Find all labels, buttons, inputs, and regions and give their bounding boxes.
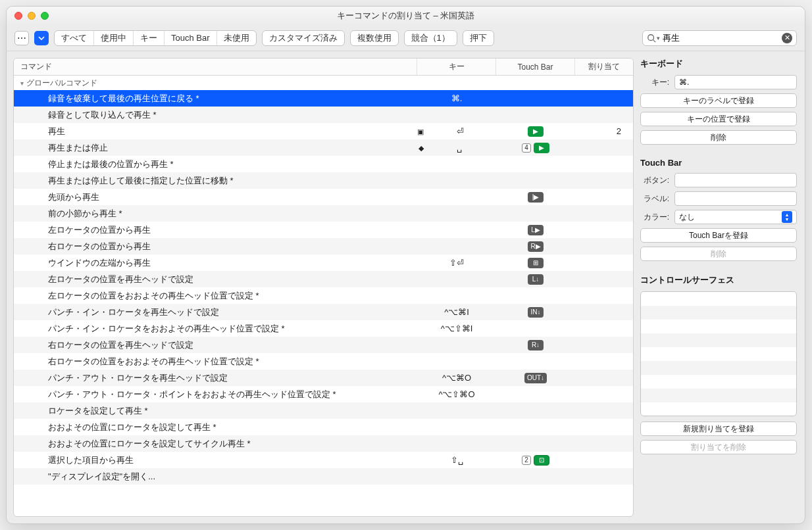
options-menu-icon[interactable]: ⋯ (14, 31, 29, 45)
touchbar-learn-button[interactable]: Touch Barを登録 (640, 228, 797, 243)
search-field[interactable]: ▾ ✕ (642, 30, 797, 46)
key-cell: ⌘. (417, 93, 496, 103)
table-row[interactable]: 選択した項目から再生⇧␣2⊡ (14, 452, 633, 468)
customized-button[interactable]: カスタマイズ済み (262, 30, 345, 46)
learn-by-position-button[interactable]: キーの位置で登録 (640, 112, 797, 126)
table-row[interactable]: おおよその位置にロケータを設定してサイクル再生 * (14, 435, 633, 452)
command-cell: 左ロケータの位置を再生ヘッドで設定 (14, 274, 417, 285)
keyboard-delete-button[interactable]: 削除 (640, 130, 797, 145)
key-cell: ▣⏎ (417, 126, 496, 136)
group-row[interactable]: ▾ グローバルコマンド (14, 76, 633, 90)
table-header: コマンド キー Touch Bar 割り当て (14, 59, 633, 76)
touchbar-button-icon: IN↓ (528, 307, 544, 318)
col-command[interactable]: コマンド (14, 59, 417, 75)
assignment-cell: 2 (575, 126, 633, 136)
command-cell: おおよその位置にロケータを設定して再生 * (14, 422, 417, 433)
table-row[interactable]: 右ロケータの位置から再生R▶ (14, 238, 633, 254)
filter-touchbar[interactable]: Touch Bar (164, 31, 216, 45)
key-shortcut: ⇧␣ (451, 455, 463, 465)
command-cell: "ディスプレイ設定"を開く... (14, 471, 417, 483)
touchbar-button-icon: ▶ (528, 126, 544, 137)
surface-learn-button[interactable]: 新規割り当てを登録 (640, 422, 797, 436)
table-row[interactable]: 再生または停止して最後に指定した位置に移動 * (14, 172, 633, 189)
keyboard-title: キーボード (640, 58, 797, 70)
pressed-button[interactable]: 押下 (463, 30, 494, 46)
filter-unused[interactable]: 未使用 (216, 31, 256, 45)
table-row[interactable]: おおよその位置にロケータを設定して再生 * (14, 419, 633, 435)
touchbar-badge-number: 2 (522, 456, 531, 465)
key-shortcut: ⏎ (457, 126, 464, 136)
keyboard-panel: キーボード キー: キーのラベルで登録 キーの位置で登録 削除 (640, 58, 797, 149)
table-row[interactable]: 左ロケータの位置を再生ヘッドで設定L↓ (14, 271, 633, 287)
key-cell: ^⌥⌘I (417, 307, 496, 317)
minimize-icon[interactable] (28, 12, 36, 20)
key-shortcut: ^⌥⌘I (444, 307, 469, 317)
command-cell: おおよその位置にロケータを設定してサイクル再生 * (14, 438, 417, 450)
table-row[interactable]: ロケータを設定して再生 * (14, 402, 633, 419)
tb-label-label: ラベル: (640, 193, 669, 205)
command-cell: パンチ・アウト・ロケータを再生ヘッドで設定 (14, 372, 417, 384)
key-field[interactable] (674, 75, 797, 89)
search-input[interactable] (660, 33, 782, 43)
filter-key[interactable]: キー (133, 31, 164, 45)
touchbar-title: Touch Bar (640, 158, 797, 168)
learn-by-label-button[interactable]: キーのラベルで登録 (640, 93, 797, 108)
clear-search-icon[interactable]: ✕ (782, 33, 792, 43)
tb-label-field[interactable] (674, 191, 797, 206)
command-cell: 右ロケータの位置を再生ヘッドで設定 (14, 339, 417, 351)
table-row[interactable]: 再生▣⏎▶2 (14, 123, 633, 139)
table-row[interactable]: 先頭から再生|▶ (14, 189, 633, 205)
surface-list[interactable] (640, 291, 797, 416)
table-row[interactable]: 左ロケータの位置から再生L▶ (14, 222, 633, 238)
table-row[interactable]: 録音として取り込んで再生 * (14, 107, 633, 123)
command-cell: 左ロケータの位置をおおよその再生ヘッド位置で設定 * (14, 290, 417, 302)
touchbar-cell: L▶ (496, 225, 575, 235)
touchbar-cell: R↓ (496, 340, 575, 350)
table-row[interactable]: パンチ・アウト・ロケータを再生ヘッドで設定^⌥⌘OOUT↓ (14, 370, 633, 386)
commands-table: コマンド キー Touch Bar 割り当て ▾ グローバルコマンド 録音を破棄… (13, 58, 634, 517)
command-cell: 左ロケータの位置から再生 (14, 224, 417, 236)
touchbar-button-icon: R▶ (528, 241, 544, 252)
command-cell: 再生または停止して最後に指定した位置に移動 * (14, 175, 417, 187)
disclosure-triangle-icon[interactable]: ▾ (20, 80, 24, 87)
key-cell: ^⌥⇧⌘O (417, 389, 496, 399)
col-touchbar[interactable]: Touch Bar (496, 59, 575, 75)
col-assignment[interactable]: 割り当て (575, 59, 633, 75)
touchbar-button-icon: |▶ (528, 192, 544, 203)
filter-all[interactable]: すべて (55, 31, 93, 45)
preset-dropdown[interactable] (34, 31, 49, 45)
table-row[interactable]: "ディスプレイ設定"を開く... (14, 468, 633, 485)
table-row[interactable]: パンチ・アウト・ロケータ・ポイントをおおよその再生ヘッド位置で設定 *^⌥⇧⌘O (14, 386, 633, 402)
table-row[interactable]: 再生または停止◆␣4▶ (14, 139, 633, 156)
command-cell: パンチ・イン・ロケータを再生ヘッドで設定 (14, 306, 417, 318)
toolbar: ⋯ すべて 使用中 キー Touch Bar 未使用 カスタマイズ済み 複数使用… (7, 25, 805, 51)
tb-color-select[interactable]: なし ▲▼ (674, 210, 797, 224)
command-cell: 再生 (14, 126, 417, 137)
table-body[interactable]: ▾ グローバルコマンド 録音を破棄して最後の再生位置に戻る *⌘.録音として取り… (14, 76, 633, 516)
group-label: グローバルコマンド (26, 78, 97, 89)
table-row[interactable]: 右ロケータの位置を再生ヘッドで設定R↓ (14, 337, 633, 353)
table-row[interactable]: 録音を破棄して最後の再生位置に戻る *⌘. (14, 90, 633, 107)
table-row[interactable]: パンチ・イン・ロケータを再生ヘッドで設定^⌥⌘IIN↓ (14, 304, 633, 320)
table-row[interactable]: 左ロケータの位置をおおよその再生ヘッド位置で設定 * (14, 287, 633, 304)
table-row[interactable]: 前の小節から再生 * (14, 205, 633, 222)
table-row[interactable]: ウインドウの左端から再生⇧⏎⊞ (14, 254, 633, 271)
command-cell: 録音として取り込んで再生 * (14, 109, 417, 121)
col-key[interactable]: キー (417, 59, 496, 75)
table-row[interactable]: 停止または最後の位置から再生 * (14, 156, 633, 172)
filter-used[interactable]: 使用中 (93, 31, 133, 45)
close-icon[interactable] (14, 12, 22, 20)
table-row[interactable]: 右ロケータの位置をおおよその再生ヘッド位置で設定 * (14, 353, 633, 370)
key-shortcut: ^⌥⇧⌘O (438, 389, 474, 399)
key-shortcut: ⌘. (451, 93, 463, 103)
titlebar: キーコマンドの割り当て – 米国英語 (7, 7, 805, 25)
conflict-button[interactable]: 競合（1） (404, 30, 457, 46)
touchbar-button-icon: OUT↓ (524, 373, 547, 383)
table-row[interactable]: パンチ・イン・ロケータをおおよその再生ヘッド位置で設定 *^⌥⇧⌘I (14, 320, 633, 337)
search-icon (647, 34, 656, 43)
filter-segmented: すべて 使用中 キー Touch Bar 未使用 (54, 30, 257, 46)
key-icon: ▣ (417, 128, 424, 135)
multiple-use-button[interactable]: 複数使用 (350, 30, 399, 46)
zoom-icon[interactable] (41, 12, 49, 20)
tb-button-field[interactable] (674, 173, 797, 187)
